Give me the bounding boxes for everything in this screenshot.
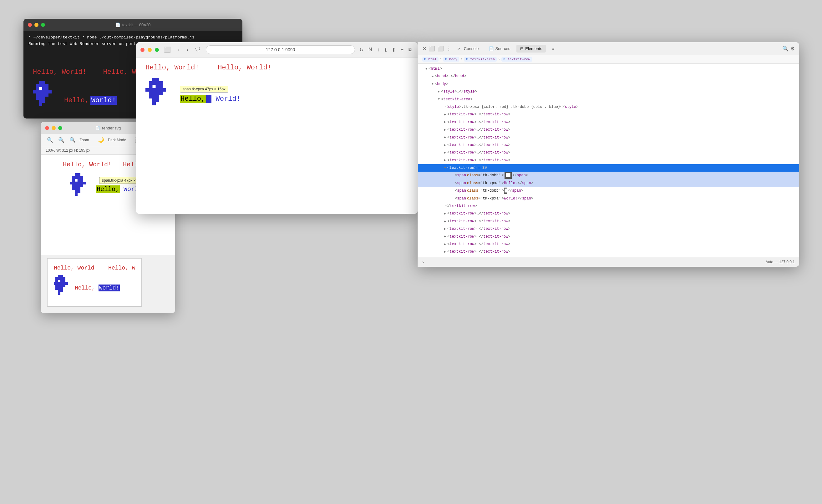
dom-textkit-row-after-4[interactable]: <textkit-row> </textkit-row>	[418, 233, 799, 240]
svg-rect-28	[72, 176, 75, 179]
dom-textkit-row-selected[interactable]: <textkit-row> = $0	[418, 164, 799, 172]
devtools-gear-button[interactable]: ⚙	[790, 46, 795, 52]
triangle-row-3[interactable]	[444, 127, 446, 132]
dom-textkit-row-after-6[interactable]: <textkit-row> </textkit-row>	[418, 248, 799, 256]
triangle-html[interactable]	[425, 66, 427, 72]
dom-textkit-row-6[interactable]: <textkit-row>…</textkit-row>	[418, 149, 799, 156]
svg-rect-5	[45, 84, 48, 87]
dom-style-inline-line[interactable]: <style>.tk-xpxa {color: red} .tk-dobb {c…	[418, 103, 799, 111]
svg-rect-8	[42, 87, 45, 90]
svg-rect-100	[156, 95, 159, 98]
dom-textkit-row-2[interactable]: <textkit-row>…</textkit-row>	[418, 118, 799, 126]
dom-span-dobb-2[interactable]: <span class="tk-dobb" >█</span>	[418, 187, 799, 194]
breadcrumb-sep-2: ›	[460, 57, 463, 62]
tabs-overview-button[interactable]: ⧉	[407, 46, 413, 54]
triangle-row-6[interactable]	[444, 150, 446, 155]
svg-rect-18	[42, 93, 45, 97]
browser-main-area: span.tk-xpxa 47px × 15px Hello, World!	[145, 78, 408, 112]
dom-style-line[interactable]: <style>…</style>	[418, 88, 799, 95]
svg-rect-57	[63, 277, 65, 280]
reload-button[interactable]: ↻	[358, 46, 365, 54]
triangle-row-4[interactable]	[444, 135, 446, 140]
triangle-row-5[interactable]	[444, 142, 446, 148]
triangle-body[interactable]	[432, 81, 434, 87]
dobb-content-highlighted: ██	[504, 172, 511, 178]
dom-textkit-row-after-2[interactable]: <textkit-row>…</textkit-row>	[418, 217, 799, 225]
dom-textkit-row-7[interactable]: <textkit-row>…</textkit-row>	[418, 157, 799, 164]
breadcrumb-textkit-area[interactable]: E textkit-area	[464, 57, 497, 62]
dom-span-dobb-1[interactable]: <span class="tk-dobb" > ██ </span>	[418, 172, 799, 179]
triangle-row-2[interactable]	[444, 119, 446, 125]
console-tab[interactable]: >_ Console	[454, 45, 483, 52]
dom-textkit-row-after-5[interactable]: <textkit-row> </textkit-row>	[418, 240, 799, 248]
triangle-after-4[interactable]	[444, 234, 446, 239]
search-button[interactable]: 🔍	[782, 46, 789, 52]
notist-button[interactable]: N	[367, 46, 373, 54]
dom-body-line[interactable]: <body>	[418, 80, 799, 88]
devtools-dock-button[interactable]: ⬜	[429, 46, 435, 52]
devtools-close-button[interactable]: ✕	[422, 46, 426, 52]
privacy-button[interactable]: 🛡	[193, 46, 203, 54]
dom-textkit-row-3[interactable]: <textkit-row>…</textkit-row>	[418, 126, 799, 133]
add-tab-button[interactable]: +	[399, 46, 405, 54]
svg-rect-34	[78, 179, 80, 182]
triangle-after-1[interactable]	[444, 211, 446, 216]
address-bar[interactable]: 127.0.0.1:9090	[206, 45, 355, 54]
browser-maximize-button[interactable]	[155, 48, 159, 52]
triangle-style[interactable]	[438, 89, 440, 94]
sources-tab[interactable]: 📄 Sources	[485, 45, 514, 52]
dom-textkit-row-5[interactable]: <textkit-row>…</textkit-row>	[418, 141, 799, 149]
more-tabs-button[interactable]: »	[548, 45, 558, 52]
devtools-toolbar: ✕ ⬜ ⬜ ⋮ >_ Console 📄 Sources ⊟ Elements …	[418, 42, 799, 55]
elements-tab[interactable]: ⊟ Elements	[516, 45, 546, 52]
browser-space-highlight	[206, 95, 212, 103]
maximize-button[interactable]	[41, 23, 45, 27]
dom-span-xpxa-2[interactable]: <span class="tk-xpxa" >World!</span>	[418, 195, 799, 202]
download-button[interactable]: ↓	[376, 46, 381, 54]
svg-minimize-button[interactable]	[52, 126, 56, 130]
triangle-row-1[interactable]	[444, 112, 446, 117]
back-button[interactable]: ‹	[176, 46, 181, 54]
dom-span-xpxa-1[interactable]: <span class="tk-xpxa" >Hello,</span>	[418, 179, 799, 187]
triangle-row-selected[interactable]	[444, 165, 446, 171]
close-button[interactable]	[28, 23, 32, 27]
browser-close-button[interactable]	[140, 48, 144, 52]
dom-closing-textkit-row[interactable]: </textkit-row>	[418, 202, 799, 210]
share-button[interactable]: ⬆	[390, 46, 397, 54]
svg-rect-21	[39, 97, 42, 100]
devtools-undock-button[interactable]: ⬜	[438, 46, 444, 52]
breadcrumb-body[interactable]: E body	[443, 57, 459, 62]
dom-textkit-row-after-1[interactable]: <textkit-row>…</textkit-row>	[418, 210, 799, 217]
triangle-after-3[interactable]	[444, 226, 446, 232]
triangle-after-5[interactable]	[444, 242, 446, 247]
console-prompt-button[interactable]: ›	[422, 259, 424, 265]
dom-textkit-row-4[interactable]: <textkit-row>…</textkit-row>	[418, 134, 799, 141]
browser-minimize-button[interactable]	[148, 48, 152, 52]
dark-mode-button[interactable]: 🌙	[97, 136, 105, 143]
elements-icon: ⊟	[520, 46, 524, 51]
svg-close-button[interactable]	[45, 126, 49, 130]
zoom-reset-button[interactable]: 🔍	[57, 136, 66, 143]
triangle-textkit-area[interactable]	[438, 97, 440, 102]
sidebar-toggle-button[interactable]: ⬜	[162, 46, 173, 54]
zoom-out-button[interactable]: 🔍	[46, 136, 54, 143]
dom-textkit-row-1[interactable]: <textkit-row> </textkit-row>	[418, 111, 799, 118]
forward-button[interactable]: ›	[184, 46, 190, 54]
svg-maximize-button[interactable]	[58, 126, 62, 130]
zoom-in-button[interactable]: 🔍	[68, 136, 77, 143]
info-button[interactable]: ℹ	[383, 46, 388, 54]
triangle-head[interactable]	[432, 74, 434, 79]
triangle-after-2[interactable]	[444, 219, 446, 224]
dom-textkit-area-line[interactable]: <textkit-area>	[418, 96, 799, 103]
dom-textkit-row-after-3[interactable]: <textkit-row> </textkit-row>	[418, 225, 799, 232]
terminal-pixel-bird	[33, 81, 58, 112]
breadcrumb-textkit-row[interactable]: E textkit-row	[501, 57, 532, 62]
triangle-after-6[interactable]	[444, 249, 446, 255]
dom-html-line[interactable]: <html>	[418, 65, 799, 72]
browser-hello-1: Hello, World!	[145, 64, 199, 72]
minimize-button[interactable]	[34, 23, 38, 27]
triangle-row-7[interactable]	[444, 157, 446, 163]
breadcrumb-html[interactable]: E html	[422, 57, 439, 62]
dom-head-line[interactable]: <head>…</head>	[418, 72, 799, 80]
devtools-settings-icon[interactable]: ⋮	[446, 46, 451, 52]
